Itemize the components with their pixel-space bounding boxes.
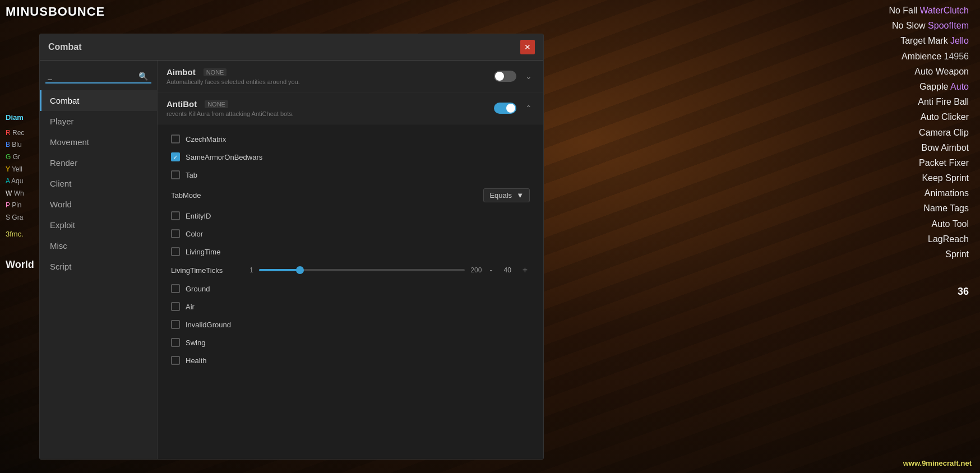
livingtimeticks-track[interactable] — [259, 269, 465, 271]
aimbot-info: Aimbot NONE Automatically faces selected… — [167, 67, 494, 85]
ground-label: Ground — [186, 285, 210, 293]
hud-gapple: Gapple Auto — [889, 79, 969, 94]
air-checkbox[interactable] — [171, 302, 180, 311]
hud-wh: W Wh — [6, 188, 34, 200]
world-label: World — [6, 257, 34, 273]
livingtimeticks-fill — [259, 269, 301, 271]
czechmatrix-checkbox[interactable] — [171, 135, 180, 143]
livingtimeticks-increment[interactable]: + — [520, 265, 530, 275]
antibot-info: AntiBot NONE revents KillAura from attac… — [167, 99, 494, 117]
aimbot-expand-icon[interactable]: ⌄ — [523, 69, 534, 83]
antibot-desc: revents KillAura from attacking AntiChea… — [167, 110, 494, 117]
panel-title: Combat — [48, 42, 82, 52]
antibot-tag: NONE — [205, 100, 228, 108]
hud-target-mark: Target Mark Jello — [889, 33, 969, 48]
entityid-checkbox[interactable] — [171, 211, 180, 220]
samearmor-label: SameArmorOnBedwars — [186, 153, 262, 161]
color-checkbox[interactable] — [171, 229, 180, 238]
health-row: Health — [158, 351, 543, 369]
samearmor-checkbox[interactable] — [171, 152, 180, 161]
swing-label: Swing — [186, 338, 205, 347]
panel-titlebar: Combat ✕ — [40, 34, 543, 61]
invalidground-row: InvalidGround — [158, 316, 543, 333]
livingtimeticks-decrement[interactable]: - — [487, 265, 494, 275]
tab-checkbox[interactable] — [171, 170, 180, 179]
antibot-module-header[interactable]: AntiBot NONE revents KillAura from attac… — [158, 92, 543, 124]
livingtimeticks-label: LivingTimeTicks — [171, 266, 244, 275]
tabmode-row: TabMode Equals ▼ — [158, 184, 543, 207]
hud-name-tags: Name Tags — [889, 201, 969, 216]
hud-auto-weapon: Auto Weapon — [889, 64, 969, 79]
search-icon[interactable]: 🔍 — [138, 72, 148, 81]
hud-ambience: Ambience 14956 — [889, 49, 969, 64]
hud-left: Diam R Rec B Blu G Gr Y Yell A Aqu W Wh … — [6, 112, 34, 273]
hud-pin: P Pin — [6, 200, 34, 212]
aimbot-tag: NONE — [204, 68, 227, 76]
livingtimeticks-thumb[interactable] — [296, 266, 304, 274]
ground-checkbox[interactable] — [171, 284, 180, 293]
color-label: Color — [186, 230, 203, 238]
aimbot-module-header[interactable]: Aimbot NONE Automatically faces selected… — [158, 61, 543, 92]
aimbot-desc: Automatically faces selected entities ar… — [167, 78, 494, 85]
livingtimeticks-max: 200 — [470, 266, 482, 274]
livingtime-row: LivingTime — [158, 243, 543, 261]
hud-keep-sprint: Keep Sprint — [889, 170, 969, 186]
sidebar-item-exploit[interactable]: Exploit — [40, 215, 157, 235]
close-button[interactable]: ✕ — [520, 40, 535, 54]
aimbot-toggle[interactable] — [494, 71, 516, 82]
tabmode-value: Equals — [489, 191, 512, 200]
sidebar-item-render[interactable]: Render — [40, 152, 157, 173]
hud-packet-fixer: Packet Fixer — [889, 155, 969, 170]
hud-camera-clip: Camera Clip — [889, 125, 969, 140]
hud-aqu: A Aqu — [6, 175, 34, 188]
livingtimeticks-row: LivingTimeTicks 1 200 - 40 + — [158, 261, 543, 280]
tab-row: Tab — [158, 166, 543, 184]
antibot-expand-icon[interactable]: ⌃ — [523, 101, 534, 115]
health-checkbox[interactable] — [171, 356, 180, 365]
sidebar: 🔍 Combat Player Movement Render Client W… — [40, 61, 158, 459]
livingtime-checkbox[interactable] — [171, 247, 180, 256]
sidebar-item-movement[interactable]: Movement — [40, 132, 157, 152]
health-label: Health — [186, 356, 207, 365]
livingtimeticks-min: 1 — [249, 266, 253, 274]
sidebar-item-script[interactable]: Script — [40, 256, 157, 277]
sidebar-item-client[interactable]: Client — [40, 173, 157, 194]
hud-number: 36 — [958, 286, 969, 298]
swing-checkbox[interactable] — [171, 338, 180, 347]
entityid-label: EntityID — [186, 212, 211, 220]
tabmode-dropdown[interactable]: Equals ▼ — [483, 188, 530, 202]
sidebar-item-combat[interactable]: Combat — [40, 90, 157, 111]
entityid-row: EntityID — [158, 207, 543, 225]
sidebar-item-world[interactable]: World — [40, 194, 157, 215]
hud-bow-aimbot: Bow Aimbot — [889, 140, 969, 155]
samearmor-row: SameArmorOnBedwars — [158, 148, 543, 166]
color-row: Color — [158, 225, 543, 243]
hud-no-slow: No Slow SpoofItem — [889, 18, 969, 33]
sidebar-item-misc[interactable]: Misc — [40, 235, 157, 256]
tabmode-chevron-icon: ▼ — [516, 191, 524, 200]
hud-3fmc: 3fmc. — [6, 229, 34, 240]
hud-blu: B Blu — [6, 139, 34, 151]
antibot-toggle[interactable] — [494, 103, 516, 114]
hud-gr: G Gr — [6, 151, 34, 164]
czechmatrix-label: CzechMatrix — [186, 135, 226, 143]
tabmode-label: TabMode — [171, 191, 483, 200]
sidebar-item-player[interactable]: Player — [40, 111, 157, 132]
czechmatrix-row: CzechMatrix — [158, 130, 543, 148]
air-row: Air — [158, 298, 543, 316]
hud-animations: Animations — [889, 186, 969, 201]
antibot-options: CzechMatrix SameArmorOnBedwars Tab TabMo… — [158, 124, 543, 375]
content-area: Aimbot NONE Automatically faces selected… — [158, 61, 543, 459]
search-input[interactable] — [45, 69, 151, 84]
hud-lag-reach: LagReach — [889, 231, 969, 247]
hud-gra: S Gra — [6, 212, 34, 224]
aimbot-name: Aimbot — [167, 67, 196, 77]
hud-right: No Fall WaterClutch No Slow SpoofItem Ta… — [889, 0, 969, 262]
search-container: 🔍 — [40, 66, 157, 90]
main-panel: Combat ✕ 🔍 Combat Player Movement Render… — [39, 34, 544, 460]
hud-no-fall: No Fall WaterClutch — [889, 3, 969, 18]
hud-auto-tool: Auto Tool — [889, 216, 969, 231]
antibot-name: AntiBot — [167, 99, 197, 109]
watermark: www.9minecraft.net — [903, 459, 972, 467]
invalidground-checkbox[interactable] — [171, 320, 180, 329]
